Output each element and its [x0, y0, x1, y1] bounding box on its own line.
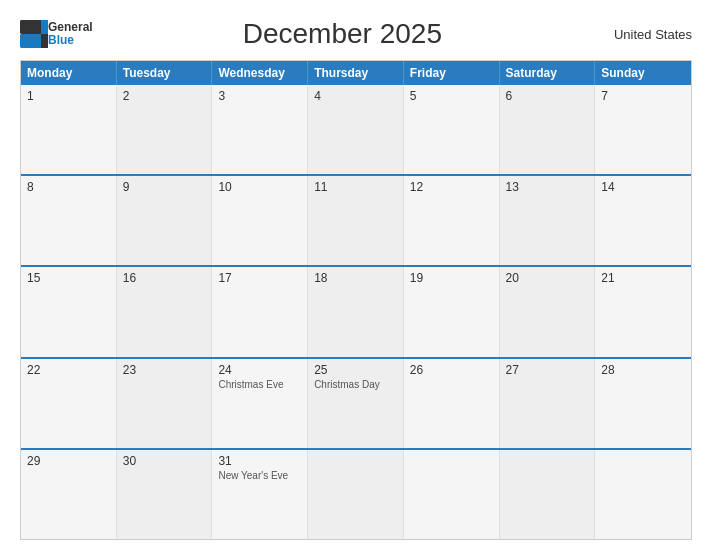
svg-marker-3 [41, 34, 48, 48]
event-label: Christmas Day [314, 379, 397, 390]
day-number: 6 [506, 89, 589, 103]
cal-cell-5-5 [404, 450, 500, 539]
calendar-body: 123456789101112131415161718192021222324C… [21, 85, 691, 539]
cal-cell-3-7: 21 [595, 267, 691, 356]
cal-cell-3-6: 20 [500, 267, 596, 356]
logo-blue-text: Blue [48, 34, 93, 47]
cal-cell-1-1: 1 [21, 85, 117, 174]
cal-cell-1-7: 7 [595, 85, 691, 174]
calendar-header-row: Monday Tuesday Wednesday Thursday Friday… [21, 61, 691, 85]
day-number: 30 [123, 454, 206, 468]
header-tuesday: Tuesday [117, 61, 213, 85]
cal-cell-4-7: 28 [595, 359, 691, 448]
cal-cell-5-1: 29 [21, 450, 117, 539]
cal-cell-4-2: 23 [117, 359, 213, 448]
day-number: 27 [506, 363, 589, 377]
cal-cell-3-5: 19 [404, 267, 500, 356]
cal-cell-2-7: 14 [595, 176, 691, 265]
day-number: 16 [123, 271, 206, 285]
day-number: 31 [218, 454, 301, 468]
day-number: 15 [27, 271, 110, 285]
day-number: 1 [27, 89, 110, 103]
cal-cell-3-1: 15 [21, 267, 117, 356]
day-number: 10 [218, 180, 301, 194]
day-number: 24 [218, 363, 301, 377]
cal-cell-1-6: 6 [500, 85, 596, 174]
day-number: 13 [506, 180, 589, 194]
cal-cell-4-5: 26 [404, 359, 500, 448]
calendar-week-1: 1234567 [21, 85, 691, 176]
day-number: 17 [218, 271, 301, 285]
day-number: 11 [314, 180, 397, 194]
day-number: 19 [410, 271, 493, 285]
day-number: 14 [601, 180, 685, 194]
logo: General Blue [20, 20, 93, 48]
cal-cell-3-4: 18 [308, 267, 404, 356]
day-number: 4 [314, 89, 397, 103]
header-thursday: Thursday [308, 61, 404, 85]
country-label: United States [592, 27, 692, 42]
page: General Blue December 2025 United States… [0, 0, 712, 550]
header-saturday: Saturday [500, 61, 596, 85]
cal-cell-4-1: 22 [21, 359, 117, 448]
header: General Blue December 2025 United States [20, 18, 692, 50]
cal-cell-5-2: 30 [117, 450, 213, 539]
cal-cell-1-4: 4 [308, 85, 404, 174]
event-label: Christmas Eve [218, 379, 301, 390]
day-number: 21 [601, 271, 685, 285]
calendar-week-3: 15161718192021 [21, 267, 691, 358]
cal-cell-2-5: 12 [404, 176, 500, 265]
day-number: 2 [123, 89, 206, 103]
cal-cell-4-3: 24Christmas Eve [212, 359, 308, 448]
cal-cell-5-4 [308, 450, 404, 539]
calendar-week-2: 891011121314 [21, 176, 691, 267]
header-monday: Monday [21, 61, 117, 85]
header-friday: Friday [404, 61, 500, 85]
calendar-week-5: 293031New Year's Eve [21, 450, 691, 539]
cal-cell-1-2: 2 [117, 85, 213, 174]
day-number: 18 [314, 271, 397, 285]
day-number: 28 [601, 363, 685, 377]
calendar-week-4: 222324Christmas Eve25Christmas Day262728 [21, 359, 691, 450]
cal-cell-2-1: 8 [21, 176, 117, 265]
cal-cell-5-6 [500, 450, 596, 539]
calendar: Monday Tuesday Wednesday Thursday Friday… [20, 60, 692, 540]
day-number: 29 [27, 454, 110, 468]
cal-cell-2-6: 13 [500, 176, 596, 265]
cal-cell-2-2: 9 [117, 176, 213, 265]
day-number: 23 [123, 363, 206, 377]
cal-cell-4-4: 25Christmas Day [308, 359, 404, 448]
cal-cell-5-3: 31New Year's Eve [212, 450, 308, 539]
svg-marker-2 [41, 20, 48, 34]
logo-text: General Blue [48, 21, 93, 47]
cal-cell-2-4: 11 [308, 176, 404, 265]
header-wednesday: Wednesday [212, 61, 308, 85]
cal-cell-3-3: 17 [212, 267, 308, 356]
calendar-title: December 2025 [93, 18, 592, 50]
cal-cell-3-2: 16 [117, 267, 213, 356]
day-number: 5 [410, 89, 493, 103]
cal-cell-5-7 [595, 450, 691, 539]
day-number: 9 [123, 180, 206, 194]
day-number: 3 [218, 89, 301, 103]
day-number: 22 [27, 363, 110, 377]
day-number: 20 [506, 271, 589, 285]
day-number: 25 [314, 363, 397, 377]
day-number: 8 [27, 180, 110, 194]
cal-cell-4-6: 27 [500, 359, 596, 448]
day-number: 12 [410, 180, 493, 194]
event-label: New Year's Eve [218, 470, 301, 481]
cal-cell-1-5: 5 [404, 85, 500, 174]
day-number: 26 [410, 363, 493, 377]
cal-cell-2-3: 10 [212, 176, 308, 265]
header-sunday: Sunday [595, 61, 691, 85]
day-number: 7 [601, 89, 685, 103]
logo-icon [20, 20, 48, 48]
cal-cell-1-3: 3 [212, 85, 308, 174]
